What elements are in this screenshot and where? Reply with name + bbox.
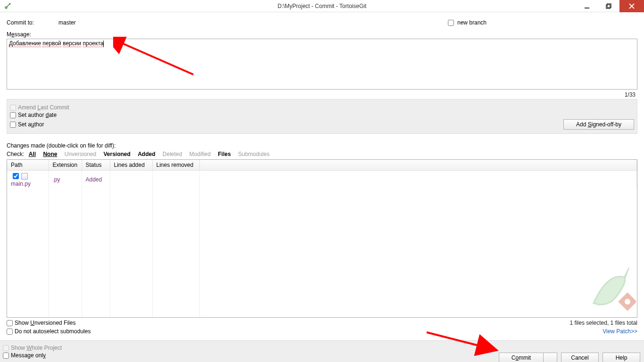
tortoisegit-watermark-icon — [579, 258, 636, 316]
commit-message-text: Добавление первой версии проекта — [9, 40, 635, 47]
filter-versioned[interactable]: Versioned — [103, 151, 130, 157]
col-path[interactable]: Path — [7, 160, 49, 171]
file-icon — [21, 173, 28, 180]
no-autoselect-label: Do not autoselect submodules — [15, 328, 91, 335]
commit-dropdown-button[interactable] — [543, 353, 557, 362]
file-lines-removed — [152, 171, 199, 189]
set-author-date-label: Set author date — [18, 112, 57, 118]
file-lines-added — [110, 171, 152, 189]
col-lines-added[interactable]: Lines added — [110, 160, 152, 171]
minimize-button[interactable] — [576, 0, 598, 12]
svg-rect-4 — [607, 4, 611, 8]
cancel-button[interactable]: Cancel — [561, 353, 599, 362]
commit-button[interactable]: Commit — [499, 353, 543, 362]
file-row[interactable]: main.py .py Added — [7, 171, 637, 189]
filter-row: Check: All None Unversioned Versioned Ad… — [7, 151, 637, 157]
message-char-count: 1/33 — [7, 90, 637, 98]
file-status: Added — [82, 171, 110, 189]
show-unversioned-checkbox[interactable]: Show Unversioned Files — [7, 320, 637, 326]
show-whole-project-checkbox[interactable]: Show Whole Project — [3, 345, 641, 351]
col-spacer — [199, 160, 637, 171]
commit-to-label: Commit to: — [7, 19, 58, 26]
show-whole-project-label: Show Whole Project — [11, 345, 62, 351]
svg-point-1 — [9, 3, 11, 4]
col-extension[interactable]: Extension — [49, 160, 82, 171]
filter-added[interactable]: Added — [138, 151, 155, 157]
maximize-button[interactable] — [598, 0, 619, 12]
title-bar: D:\MyProject - Commit - TortoiseGit — [0, 0, 644, 12]
col-status[interactable]: Status — [82, 160, 110, 171]
window-title: D:\MyProject - Commit - TortoiseGit — [0, 3, 644, 9]
filter-deleted[interactable]: Deleted — [163, 151, 182, 157]
check-label: Check: — [7, 151, 24, 157]
message-label: Message: — [7, 31, 637, 38]
file-name: main.py — [11, 181, 31, 187]
commit-options: Amend Last Commit Set author date Set au… — [7, 99, 637, 134]
show-unversioned-label: Show Unversioned Files — [15, 320, 75, 326]
filter-unversioned[interactable]: Unversioned — [65, 151, 96, 157]
view-patch-link[interactable]: View Patch>> — [603, 328, 637, 336]
changes-made-label: Changes made (double-click on file for d… — [7, 142, 637, 149]
commit-message-input[interactable]: Добавление первой версии проекта — [7, 39, 637, 90]
svg-rect-3 — [606, 5, 610, 8]
message-only-label: Message only — [11, 352, 46, 359]
filter-submodules[interactable]: Submodules — [238, 151, 270, 157]
window-controls — [576, 0, 644, 12]
file-checkbox[interactable] — [13, 173, 19, 179]
commit-split-button[interactable]: Commit — [499, 353, 557, 362]
set-author-label: Set author — [18, 121, 44, 128]
col-lines-removed[interactable]: Lines removed — [152, 160, 199, 171]
filter-all[interactable]: All — [29, 151, 36, 157]
file-ext: .py — [49, 171, 82, 189]
new-branch-checkbox[interactable]: new branch — [446, 18, 487, 27]
help-button[interactable]: Help — [603, 353, 640, 362]
new-branch-label: new branch — [457, 19, 487, 26]
filter-files[interactable]: Files — [218, 151, 231, 157]
filter-none[interactable]: None — [43, 151, 57, 157]
set-author-date-checkbox[interactable]: Set author date — [10, 112, 634, 118]
no-autoselect-checkbox[interactable]: Do not autoselect submodules — [7, 328, 91, 335]
amend-checkbox[interactable]: Amend Last Commit — [10, 104, 634, 111]
bottom-bar: Show Whole Project Message only Commit C… — [0, 340, 644, 362]
filter-modified[interactable]: Modified — [190, 151, 211, 157]
close-button[interactable] — [619, 0, 644, 12]
branch-name: master — [58, 19, 76, 26]
app-icon — [4, 2, 11, 10]
svg-point-8 — [625, 299, 630, 304]
svg-rect-7 — [618, 292, 636, 311]
amend-label: Amend Last Commit — [18, 104, 69, 111]
set-author-checkbox[interactable]: Set author — [10, 121, 44, 128]
add-signed-off-button[interactable]: Add Signed-off-by — [563, 119, 634, 130]
file-list[interactable]: Path Extension Status Lines added Lines … — [7, 159, 637, 318]
